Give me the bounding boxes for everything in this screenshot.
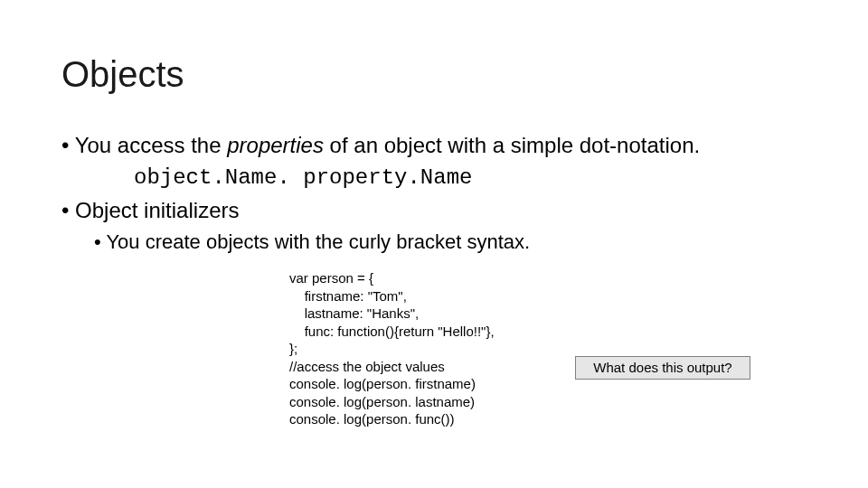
sub-bullet-text: You create objects with the curly bracke… (106, 230, 530, 253)
callout-question-box: What does this output? (575, 356, 750, 380)
bullet-text: Object initializers (75, 198, 239, 222)
code-inline-dot-notation: object.Name. property.Name (134, 164, 812, 192)
slide-body: You access the properties of an object w… (61, 127, 812, 258)
bullet-text-italic: properties (227, 133, 324, 157)
bullet-text-prefix: You access the (75, 133, 228, 157)
bullet-text-suffix: of an object with a simple dot-notation. (330, 133, 701, 157)
bullet-object-initializers: Object initializers (61, 197, 812, 224)
sub-bullet-curly-syntax: You create objects with the curly bracke… (94, 230, 812, 255)
bullet-access-properties: You access the properties of an object w… (61, 132, 812, 159)
slide-title: Objects (61, 54, 184, 95)
code-example-block: var person = { firstname: "Tom", lastnam… (289, 269, 495, 428)
